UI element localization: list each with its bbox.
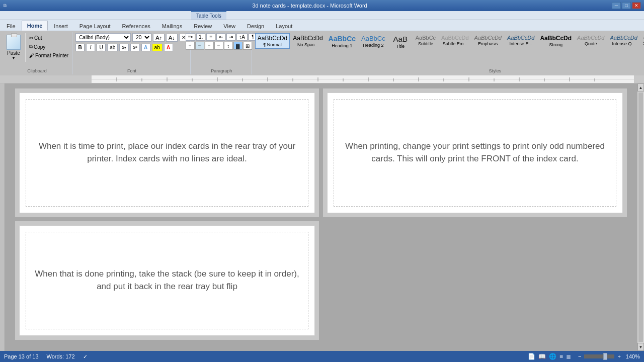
style-normal[interactable]: AaBbCcDd ¶ Normal: [255, 33, 290, 49]
table-tools-label: Table Tools: [191, 11, 226, 20]
scroll-down-button[interactable]: ▼: [637, 343, 644, 351]
card-page-1: When it is time to print, place our inde…: [15, 88, 319, 217]
spell-check-icon: ✓: [83, 353, 88, 360]
justify-button[interactable]: ≡: [214, 42, 223, 50]
align-center-button[interactable]: ≡: [195, 42, 204, 50]
cut-button[interactable]: ✂ Cut: [28, 34, 70, 42]
format-painter-button[interactable]: 🖌 Format Painter: [28, 52, 70, 59]
font-group: Calibri (Body) 20 A↑ A↓ ✕ B I U ab x₂ x²…: [73, 32, 191, 74]
table-tools-bar: Table Tools: [0, 11, 644, 20]
style-intense-quote[interactable]: AaBbCcDd Intense Q...: [607, 33, 639, 48]
title-bar: 🗎 3d note cards - template.docx - Micros…: [0, 0, 644, 11]
underline-button[interactable]: U: [97, 44, 106, 51]
tab-references[interactable]: References: [117, 21, 156, 31]
close-button[interactable]: ✕: [632, 2, 641, 9]
style-emphasis[interactable]: AaBbCcDd Emphasis: [472, 33, 504, 48]
numbering-button[interactable]: 1.: [196, 33, 205, 41]
style-intense-em[interactable]: AaBbCcDd Intense E...: [505, 33, 537, 48]
font-family-select[interactable]: Calibri (Body): [75, 33, 131, 42]
style-heading1[interactable]: AaBbCc Heading 1: [326, 33, 358, 50]
index-card-3[interactable]: When that is done printing, take the sta…: [19, 225, 315, 336]
subscript-button[interactable]: x₂: [119, 44, 129, 51]
view-print-button[interactable]: 📄: [528, 353, 535, 360]
styles-group: AaBbCcDd ¶ Normal AaBbCcDd No Spac... Aa…: [253, 32, 644, 74]
line-spacing-button[interactable]: ↕: [224, 42, 233, 50]
align-left-button[interactable]: ≡: [186, 42, 195, 50]
minimize-button[interactable]: ─: [612, 2, 621, 9]
style-quote[interactable]: AaBbCcDd Quote: [575, 33, 607, 48]
multilevel-button[interactable]: ≡: [206, 33, 215, 41]
superscript-button[interactable]: x²: [130, 44, 139, 51]
card-page-3: When that is done printing, take the sta…: [15, 221, 319, 340]
style-subtle-em[interactable]: AaBbCcDd Subtle Em...: [439, 33, 471, 48]
document-area: When it is time to print, place our inde…: [0, 83, 644, 351]
style-subtitle[interactable]: AaBbCc Subtitle: [413, 33, 438, 48]
style-heading2[interactable]: AaBbCc Heading 2: [359, 33, 388, 49]
scroll-thumb[interactable]: [638, 93, 643, 342]
decrease-indent-button[interactable]: ⇤: [216, 33, 225, 41]
tab-review[interactable]: Review: [188, 21, 217, 31]
card-page-empty: [323, 221, 627, 340]
style-strong[interactable]: AaBbCcDd Strong: [537, 33, 574, 49]
increase-indent-button[interactable]: ⇥: [226, 33, 235, 41]
status-bar: Page 13 of 13 Words: 172 ✓ 📄 📖 🌐 ≡ ≣ − +…: [0, 351, 644, 362]
ribbon-tabs: File Home Insert Page Layout References …: [0, 20, 644, 31]
maximize-button[interactable]: □: [622, 2, 631, 9]
italic-button[interactable]: I: [86, 44, 95, 51]
borders-button[interactable]: ⊞: [243, 42, 252, 50]
tab-home[interactable]: Home: [22, 21, 48, 31]
tab-page-layout[interactable]: Page Layout: [74, 21, 116, 31]
copy-button[interactable]: ⧉ Copy: [28, 43, 70, 51]
window-title: 3d note cards - template.docx - Microsof…: [8, 3, 612, 9]
page-indicator: Page 13 of 13: [4, 353, 39, 359]
font-grow-button[interactable]: A↑: [153, 34, 165, 42]
card-page-2: When printing, change your print setting…: [323, 88, 627, 217]
paragraph-group: ≡• 1. ≡ ⇤ ⇥ ↕A ¶ ≡ ≡ ≡ ≡ ↕ ▓ ⊞ Paragraph: [192, 32, 252, 74]
clipboard-group: Paste ▼ ✂ Cut ⧉ Copy 🖌 Format Painter: [2, 32, 72, 74]
bold-button[interactable]: B: [75, 44, 85, 51]
font-color-button[interactable]: A: [164, 44, 173, 51]
text-highlight-button[interactable]: ab: [152, 44, 163, 51]
tab-file[interactable]: File: [1, 21, 21, 31]
main-content[interactable]: When it is time to print, place our inde…: [5, 83, 637, 351]
word-count: Words: 172: [47, 353, 75, 359]
view-full-reading-button[interactable]: 📖: [538, 353, 546, 360]
index-card-1[interactable]: When it is time to print, place our inde…: [19, 93, 315, 213]
shading-button[interactable]: ▓: [233, 42, 243, 50]
zoom-out-button[interactable]: −: [578, 353, 581, 359]
view-draft-button[interactable]: ≣: [566, 353, 571, 360]
card-text-1: When it is time to print, place our inde…: [30, 135, 304, 170]
cards-area: When it is time to print, place our inde…: [15, 88, 627, 340]
view-web-button[interactable]: 🌐: [549, 353, 556, 360]
left-panel: [0, 83, 5, 351]
index-card-2[interactable]: When printing, change your print setting…: [327, 93, 623, 213]
style-nospace[interactable]: AaBbCcDd No Spac...: [290, 33, 325, 49]
style-subtle-ref[interactable]: AaBbCcDc Subtle Ref...: [640, 33, 644, 47]
view-outline-button[interactable]: ≡: [559, 353, 563, 360]
tab-mailings[interactable]: Mailings: [156, 21, 188, 31]
strikethrough-button[interactable]: ab: [107, 44, 118, 51]
tab-view[interactable]: View: [218, 21, 241, 31]
text-effects-button[interactable]: A: [141, 44, 150, 51]
card-text-3: When that is done printing, take the sta…: [30, 263, 304, 298]
zoom-in-button[interactable]: +: [617, 353, 620, 359]
align-right-button[interactable]: ≡: [205, 42, 214, 50]
scrollbar-right[interactable]: ▲ ▼: [637, 83, 644, 351]
ribbon-content: Paste ▼ ✂ Cut ⧉ Copy 🖌 Format Painter: [0, 31, 644, 75]
scroll-up-button[interactable]: ▲: [637, 83, 644, 92]
font-shrink-button[interactable]: A↓: [166, 34, 178, 42]
bullets-button[interactable]: ≡•: [186, 33, 195, 41]
sort-button[interactable]: ↕A: [236, 33, 248, 41]
paste-button[interactable]: Paste ▼: [4, 33, 23, 62]
tab-design[interactable]: Design: [242, 21, 270, 31]
card-text-2: When printing, change your print setting…: [338, 135, 612, 170]
zoom-slider[interactable]: [603, 353, 607, 360]
style-title[interactable]: AaB Title: [388, 33, 413, 50]
tab-layout[interactable]: Layout: [270, 21, 298, 31]
zoom-level: 140%: [626, 353, 640, 359]
font-size-select[interactable]: 20: [132, 33, 151, 42]
tab-insert[interactable]: Insert: [48, 21, 73, 31]
ruler: [0, 75, 644, 83]
